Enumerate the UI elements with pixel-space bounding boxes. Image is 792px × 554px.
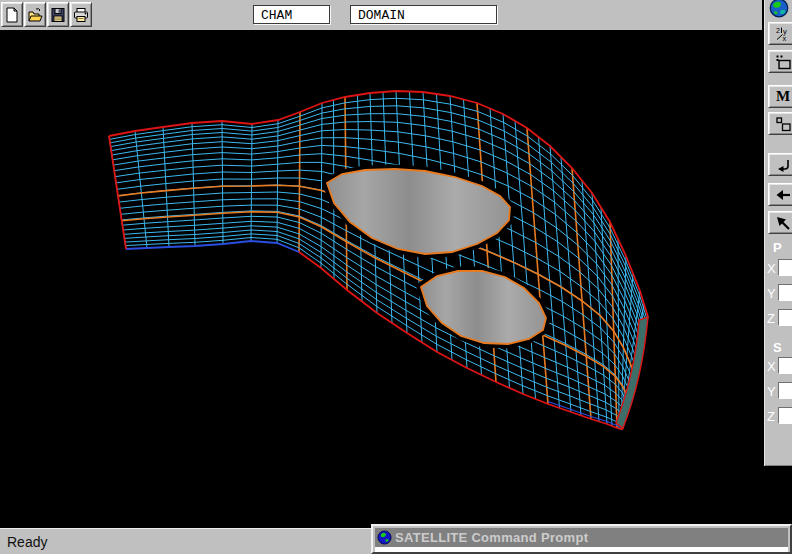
position-group-label: P [773, 240, 782, 255]
satellite-command-prompt-window[interactable]: SATELLITE Command Prompt [371, 524, 792, 554]
save-button[interactable] [47, 2, 69, 27]
size-z-label: Z [767, 409, 775, 424]
satellite-window-content [375, 547, 788, 552]
menu-m-button[interactable]: M [768, 85, 792, 108]
position-y-field[interactable] [778, 284, 792, 301]
satellite-window-title: SATELLITE Command Prompt [395, 530, 588, 545]
position-z-field[interactable] [778, 309, 792, 326]
two-squares-icon [775, 116, 791, 132]
mesh-viewport[interactable] [0, 30, 764, 528]
globe-icon [767, 0, 791, 18]
fraction-2y-x-icon: 2 y x [775, 26, 791, 42]
domain-field[interactable] [350, 5, 497, 24]
position-x-field[interactable] [778, 259, 792, 276]
diagonal-arrow-button[interactable] [768, 211, 792, 234]
new-button[interactable] [1, 2, 23, 27]
left-arrow-icon [775, 187, 791, 203]
new-document-icon [4, 7, 20, 23]
size-x-label: X [767, 359, 776, 374]
cham-field[interactable] [253, 5, 330, 24]
position-x-label: X [767, 261, 776, 276]
svg-text:x: x [783, 34, 787, 42]
bent-arrow-icon [775, 157, 791, 173]
satellite-title-bar[interactable]: SATELLITE Command Prompt [375, 528, 788, 547]
upleft-arrow-icon [775, 215, 791, 231]
left-arrow-button[interactable] [768, 183, 792, 206]
size-z-field[interactable] [778, 407, 792, 424]
grid-fraction-button[interactable]: 2 y x [768, 22, 792, 45]
menu-m-label: M [776, 88, 790, 105]
position-z-label: Z [767, 311, 775, 326]
status-text: Ready [7, 534, 47, 550]
main-toolbar [0, 0, 762, 30]
bent-arrow-button[interactable] [768, 153, 792, 176]
two-squares-button[interactable] [768, 112, 792, 135]
duct-mesh-canvas [0, 30, 764, 528]
position-y-label: Y [767, 286, 776, 301]
dotted-rect-icon [775, 54, 791, 70]
application-window: 2 y x M [0, 0, 792, 554]
size-x-field[interactable] [778, 357, 792, 374]
globe-icon [377, 530, 392, 545]
size-y-field[interactable] [778, 382, 792, 399]
control-panel: 2 y x M [764, 0, 792, 466]
svg-text:2: 2 [776, 27, 780, 34]
open-button[interactable] [24, 2, 46, 27]
dotted-rectangle-button[interactable] [768, 50, 792, 73]
open-folder-icon [27, 7, 43, 23]
save-floppy-icon [50, 7, 66, 23]
size-group-label: S [773, 340, 782, 355]
printer-icon [73, 7, 89, 23]
print-button[interactable] [70, 2, 92, 27]
size-y-label: Y [767, 384, 776, 399]
